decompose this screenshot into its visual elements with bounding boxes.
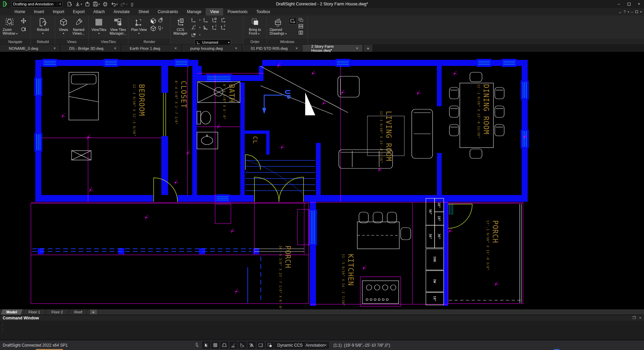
doc-tab-noname0[interactable]: NONAME_0.dwg× — [0, 45, 61, 52]
close-icon[interactable]: × — [294, 46, 299, 51]
drawing-canvas[interactable]: 36" 18" 18" 36" 36" SNK DW 18" BEDROOM12… — [0, 52, 644, 309]
caret-icon[interactable]: ▾ — [199, 19, 201, 22]
tab-toolbox[interactable]: Toolbox — [252, 8, 274, 15]
close-button[interactable]: × — [634, 0, 644, 8]
group-render: Plan View ▾ ▾ Render — [128, 15, 171, 44]
close-icon[interactable]: × — [113, 46, 117, 51]
sheet-tab-roof[interactable]: Roof — [69, 309, 88, 315]
esnap-toggle[interactable]: E — [239, 342, 246, 349]
ccs-3point-button[interactable]: 3 — [219, 24, 227, 31]
view-tiles-manager-button[interactable]: View Tiles Manager... — [108, 16, 128, 36]
ccs-named-button[interactable] — [210, 16, 218, 24]
frame-toggle[interactable] — [257, 342, 265, 349]
tab-manage[interactable]: Manage — [183, 8, 206, 15]
sheet-tab-floor2[interactable]: Floor 2 — [45, 309, 69, 315]
float-panel-icon[interactable]: ❐ — [633, 316, 636, 320]
import-sheet-button[interactable] — [84, 1, 91, 7]
doc-close-icon[interactable]: × — [640, 10, 642, 14]
close-icon[interactable]: × — [52, 46, 57, 51]
cube-outline-button[interactable] — [149, 25, 157, 32]
bring-to-front-button[interactable]: Bring to Front ▾ — [247, 16, 262, 36]
doc-tab-bridge3d[interactable]: DS - Bridge 3D.dwg× — [61, 45, 121, 52]
doc-tab-earthfloor[interactable]: Earth Floor 1.dwg× — [121, 45, 182, 52]
tab-constraints[interactable]: Constraints — [153, 8, 183, 15]
doc-tab-label: NONAME_0.dwg — [9, 46, 38, 50]
ccs-previous-button[interactable] — [219, 16, 227, 24]
tab-sheet[interactable]: Sheet — [134, 8, 153, 15]
workspace-selector[interactable]: Drafting and Annotation ▾ — [11, 1, 63, 7]
tab-annotate[interactable]: Annotate — [109, 8, 134, 15]
close-icon[interactable]: × — [173, 46, 178, 51]
tab-import[interactable]: Import — [48, 8, 69, 15]
dynamic-ccs-button[interactable]: Dynamic CCS — [274, 342, 306, 349]
doc-minimize-icon[interactable]: – — [631, 10, 633, 14]
redo-button[interactable]: ▾ — [119, 1, 128, 7]
doc-tab-farmhouse[interactable]: 2 Story Farm House.dwg*× — [303, 45, 363, 52]
tab-export[interactable]: Export — [69, 8, 89, 15]
plan-view-button[interactable]: Plan View ▾ — [130, 16, 148, 36]
rebuild-button[interactable]: Rebuild ▾ — [36, 16, 50, 36]
pan-button[interactable] — [19, 17, 28, 25]
new-doc-tab-button[interactable]: + — [364, 45, 372, 52]
collapse-ribbon-icon[interactable]: ⌄ — [618, 10, 621, 14]
dimension-lines — [31, 66, 524, 306]
opened-drawings-button[interactable]: Opened Drawings ▾ — [268, 16, 288, 36]
ccs-manager-button[interactable]: CCS Manager — [172, 16, 189, 36]
ccs-world-button[interactable] — [190, 16, 198, 24]
ccs-origin-button[interactable] — [202, 16, 210, 24]
help-caret-icon[interactable]: ▾ — [628, 10, 629, 13]
sheet-tab-model[interactable]: Model — [0, 309, 23, 315]
doc-restore-icon[interactable] — [635, 10, 638, 13]
named-views-button[interactable]: Named Views... — [71, 16, 86, 36]
tab-insert[interactable]: Insert — [30, 8, 48, 15]
annotation-scale-combo[interactable]: Annotation ▾ — [303, 342, 329, 349]
grid-toggle[interactable] — [211, 342, 219, 349]
caret-icon[interactable]: ▾ — [199, 34, 201, 36]
shaded-cube-button[interactable] — [149, 17, 157, 25]
ccs-view-button[interactable] — [190, 31, 198, 39]
entity-frame-toggle[interactable] — [266, 342, 274, 349]
sheet-tab-floor1[interactable]: Floor 1 — [23, 309, 46, 315]
connection-icon[interactable] — [194, 342, 199, 348]
snap-toggle[interactable] — [202, 342, 210, 349]
command-input-area[interactable]: : : — [0, 321, 644, 334]
ortho-toggle[interactable] — [220, 342, 228, 349]
save-button[interactable]: ▾ — [92, 1, 101, 7]
open-button[interactable]: ▾ — [74, 1, 83, 7]
group-order: Bring to Front ▾ Order — [243, 15, 267, 44]
caret-icon[interactable]: ▾ — [199, 26, 201, 29]
tab-attach[interactable]: Attach — [89, 8, 109, 15]
polar-toggle[interactable] — [230, 342, 237, 349]
new-window-button[interactable] — [289, 17, 297, 25]
close-icon[interactable]: × — [234, 46, 238, 51]
rotate-lock-button[interactable] — [158, 17, 163, 25]
ccs-entity-button[interactable]: 2 — [190, 24, 198, 31]
doc-tab-pidstd[interactable]: 01 PID STD R05.dwg× — [242, 45, 303, 52]
customize-qat-button[interactable] — [129, 1, 135, 7]
zoom-dynamic-button[interactable] — [19, 26, 28, 33]
cascade-windows-button[interactable] — [297, 17, 304, 23]
views-button[interactable]: Views ▾ — [57, 16, 70, 36]
add-sheet-button[interactable]: + — [90, 310, 97, 314]
tab-view[interactable]: View — [206, 8, 223, 15]
tile-horizontal-button[interactable] — [297, 24, 304, 29]
print-button[interactable] — [102, 1, 109, 7]
help-icon[interactable]: ? — [623, 10, 626, 14]
doc-tab-pumphousing[interactable]: pump housing.dwg× — [182, 45, 242, 52]
shapes-button[interactable]: ▾ — [158, 25, 163, 32]
close-panel-icon[interactable]: × — [639, 316, 641, 320]
zoom-window-button[interactable]: Zoom Window ▾ — [1, 16, 19, 36]
new-file-button[interactable] — [66, 1, 73, 7]
tile-vertical-button[interactable] — [297, 30, 304, 35]
group-label-views: Views — [55, 39, 88, 44]
tab-home[interactable]: Home — [10, 8, 30, 15]
minimize-button[interactable]: – — [614, 0, 624, 8]
restore-button[interactable] — [624, 0, 634, 8]
viewtiles-button[interactable]: ViewTiles ▾ — [90, 16, 108, 36]
ccs-2point-button[interactable]: 2 — [210, 24, 218, 31]
close-icon[interactable]: × — [355, 46, 359, 51]
ccs-xaxis-button[interactable] — [202, 24, 210, 31]
tab-powertools[interactable]: Powertools — [223, 8, 252, 15]
undo-button[interactable]: ▾ — [110, 1, 119, 7]
etrack-toggle[interactable]: E — [248, 342, 255, 349]
